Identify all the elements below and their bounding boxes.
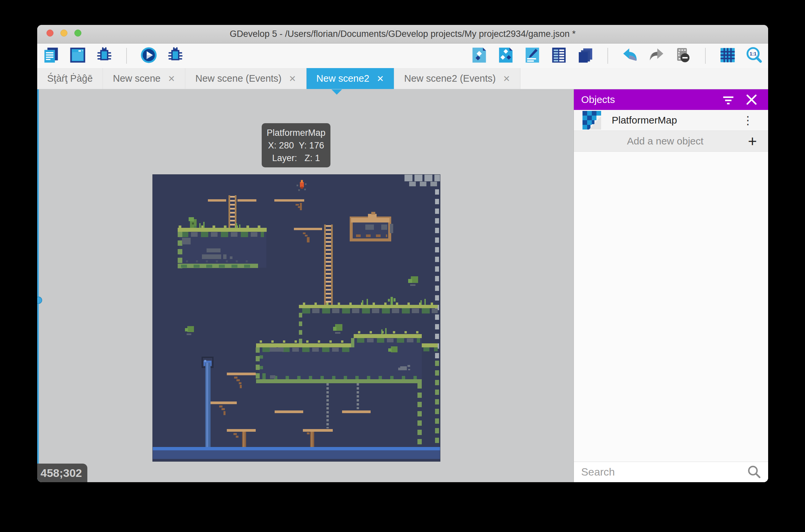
- toggle-grid-button[interactable]: [718, 46, 737, 65]
- undo-icon: [621, 46, 639, 65]
- close-tab-icon[interactable]: ✕: [377, 74, 384, 83]
- close-panel-icon[interactable]: [742, 90, 761, 109]
- search-icon[interactable]: [746, 464, 762, 480]
- search-input[interactable]: [580, 466, 746, 478]
- object-page-icon: [470, 46, 488, 65]
- close-tab-icon[interactable]: ✕: [168, 74, 175, 83]
- debug-button[interactable]: [95, 46, 114, 65]
- object-tooltip: PlatformerMap X: 280 Y: 176 Layer: Z: 1: [262, 123, 330, 167]
- active-tab-notch: [331, 89, 342, 95]
- editor-tab-bar: Śţàŕţ Ṗàĝē New scene ✕ New scene (Events…: [37, 68, 768, 89]
- object-list-item[interactable]: PlatformerMap ⋮: [574, 110, 768, 131]
- layers-icon: [576, 46, 594, 65]
- tab-label: New scene: [113, 73, 160, 84]
- toolbar-separator: [608, 48, 608, 64]
- toggle-mask-button[interactable]: [674, 46, 692, 65]
- grid-icon: [718, 46, 736, 65]
- zoom-window-button[interactable]: [74, 30, 81, 37]
- object-menu-kebab-icon[interactable]: ⋮: [736, 115, 760, 126]
- play-icon: [140, 46, 158, 65]
- main-toolbar: 1:1: [37, 43, 768, 68]
- close-tab-icon[interactable]: ✕: [289, 74, 296, 83]
- bug-icon: [95, 46, 113, 65]
- zoom-1-1-icon: 1:1: [745, 46, 763, 65]
- redo-button[interactable]: [647, 46, 666, 65]
- debug-preview-button[interactable]: [166, 46, 185, 65]
- tooltip-position: X: 280 Y: 176: [262, 139, 330, 152]
- objects-search-bar: [574, 461, 768, 482]
- object-thumbnail: [582, 111, 601, 130]
- pencil-page-icon: [523, 46, 541, 65]
- list-icon: [550, 46, 568, 65]
- tab-new-scene2-events[interactable]: New scene2 (Events) ✕: [394, 68, 520, 89]
- svg-text:1:1: 1:1: [750, 51, 756, 56]
- mask-icon: [674, 46, 692, 65]
- tab-label: Śţàŕţ Ṗàĝē: [47, 73, 93, 84]
- gdevelop-window: GDevelop 5 - /Users/florian/Documents/GD…: [37, 25, 768, 482]
- close-tab-icon[interactable]: ✕: [503, 74, 511, 83]
- tab-new-scene-events[interactable]: New scene (Events) ✕: [185, 68, 306, 89]
- scene-map[interactable]: [153, 175, 440, 461]
- bug-icon: [166, 46, 184, 65]
- add-object-button[interactable]: [470, 46, 488, 65]
- tab-label: New scene2 (Events): [404, 73, 496, 84]
- zoom-1-1-button[interactable]: 1:1: [745, 46, 764, 65]
- close-window-button[interactable]: [46, 30, 54, 37]
- properties-list-button[interactable]: [550, 46, 568, 65]
- title-bar: GDevelop 5 - /Users/florian/Documents/GD…: [37, 25, 768, 43]
- tab-label: New scene (Events): [195, 73, 282, 84]
- toolbar-separator: [126, 48, 127, 64]
- play-preview-button[interactable]: [139, 46, 158, 65]
- editor-left-resize-guide[interactable]: [37, 89, 39, 482]
- scene-window-icon: [69, 46, 87, 65]
- tooltip-layer: Layer: Z: 1: [262, 152, 330, 164]
- add-new-object-label: Add a new object: [582, 135, 748, 147]
- objects-group-icon: [497, 46, 515, 65]
- tab-new-scene[interactable]: New scene ✕: [103, 68, 185, 89]
- project-manager-button[interactable]: [42, 46, 60, 65]
- undo-button[interactable]: [621, 46, 639, 65]
- edit-scene-properties-button[interactable]: [523, 46, 542, 65]
- add-new-object-row[interactable]: Add a new object +: [574, 131, 768, 152]
- tab-start-page[interactable]: Śţàŕţ Ṗàĝē: [37, 68, 103, 89]
- objects-list-empty-area: [574, 152, 768, 461]
- filter-icon[interactable]: [719, 90, 737, 109]
- scene-window-button[interactable]: [69, 46, 87, 65]
- tab-label: New scene2: [317, 73, 370, 84]
- objects-panel: Objects PlatformerMap ⋮ Ad: [574, 89, 768, 482]
- tooltip-object-name: PlatformerMap: [262, 127, 330, 139]
- tab-new-scene2[interactable]: New scene2 ✕: [307, 68, 394, 89]
- toolbar-separator: [705, 48, 706, 64]
- project-manager-icon: [42, 46, 60, 65]
- cursor-coordinates-badge: 458;302: [37, 463, 87, 482]
- scene-editor-canvas[interactable]: PlatformerMap X: 280 Y: 176 Layer: Z: 1 …: [37, 89, 574, 482]
- window-title: GDevelop 5 - /Users/florian/Documents/GD…: [230, 29, 576, 39]
- object-name: PlatformerMap: [612, 115, 736, 126]
- objects-groups-button[interactable]: [497, 46, 515, 65]
- objects-panel-header: Objects: [574, 89, 768, 110]
- objects-panel-title: Objects: [581, 94, 714, 105]
- resize-handle-dot[interactable]: [37, 297, 42, 304]
- redo-icon: [648, 46, 666, 65]
- add-icon: +: [748, 133, 760, 149]
- minimize-window-button[interactable]: [60, 30, 68, 37]
- layers-button[interactable]: [576, 46, 595, 65]
